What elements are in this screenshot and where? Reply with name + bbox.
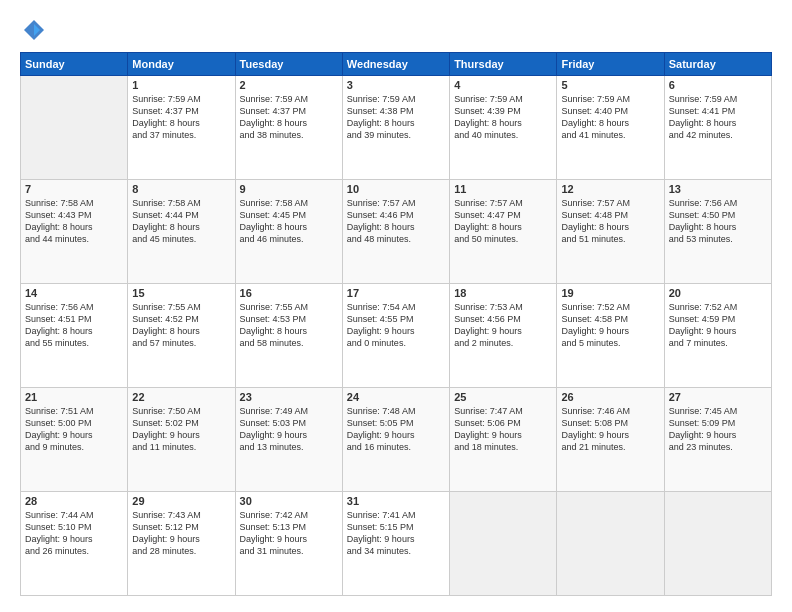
calendar-cell [21, 76, 128, 180]
day-number: 1 [132, 79, 230, 91]
day-number: 7 [25, 183, 123, 195]
cell-content: Sunrise: 7:45 AMSunset: 5:09 PMDaylight:… [669, 405, 767, 454]
cell-content: Sunrise: 7:59 AMSunset: 4:37 PMDaylight:… [132, 93, 230, 142]
cell-content: Sunrise: 7:49 AMSunset: 5:03 PMDaylight:… [240, 405, 338, 454]
page: SundayMondayTuesdayWednesdayThursdayFrid… [0, 0, 792, 612]
calendar-cell: 10Sunrise: 7:57 AMSunset: 4:46 PMDayligh… [342, 180, 449, 284]
day-number: 2 [240, 79, 338, 91]
calendar-cell: 19Sunrise: 7:52 AMSunset: 4:58 PMDayligh… [557, 284, 664, 388]
day-number: 8 [132, 183, 230, 195]
day-number: 13 [669, 183, 767, 195]
calendar-cell: 15Sunrise: 7:55 AMSunset: 4:52 PMDayligh… [128, 284, 235, 388]
day-number: 17 [347, 287, 445, 299]
cell-content: Sunrise: 7:55 AMSunset: 4:53 PMDaylight:… [240, 301, 338, 350]
cell-content: Sunrise: 7:59 AMSunset: 4:40 PMDaylight:… [561, 93, 659, 142]
calendar-cell: 21Sunrise: 7:51 AMSunset: 5:00 PMDayligh… [21, 388, 128, 492]
weekday-header-row: SundayMondayTuesdayWednesdayThursdayFrid… [21, 53, 772, 76]
day-number: 6 [669, 79, 767, 91]
day-number: 16 [240, 287, 338, 299]
week-row: 1Sunrise: 7:59 AMSunset: 4:37 PMDaylight… [21, 76, 772, 180]
calendar-cell: 3Sunrise: 7:59 AMSunset: 4:38 PMDaylight… [342, 76, 449, 180]
cell-content: Sunrise: 7:59 AMSunset: 4:39 PMDaylight:… [454, 93, 552, 142]
calendar-cell: 6Sunrise: 7:59 AMSunset: 4:41 PMDaylight… [664, 76, 771, 180]
calendar-cell: 27Sunrise: 7:45 AMSunset: 5:09 PMDayligh… [664, 388, 771, 492]
cell-content: Sunrise: 7:56 AMSunset: 4:50 PMDaylight:… [669, 197, 767, 246]
calendar-cell: 11Sunrise: 7:57 AMSunset: 4:47 PMDayligh… [450, 180, 557, 284]
day-number: 9 [240, 183, 338, 195]
cell-content: Sunrise: 7:58 AMSunset: 4:43 PMDaylight:… [25, 197, 123, 246]
calendar-cell: 9Sunrise: 7:58 AMSunset: 4:45 PMDaylight… [235, 180, 342, 284]
day-number: 10 [347, 183, 445, 195]
calendar-cell: 18Sunrise: 7:53 AMSunset: 4:56 PMDayligh… [450, 284, 557, 388]
calendar-cell: 4Sunrise: 7:59 AMSunset: 4:39 PMDaylight… [450, 76, 557, 180]
cell-content: Sunrise: 7:43 AMSunset: 5:12 PMDaylight:… [132, 509, 230, 558]
weekday-header: Friday [557, 53, 664, 76]
weekday-header: Saturday [664, 53, 771, 76]
calendar-cell: 7Sunrise: 7:58 AMSunset: 4:43 PMDaylight… [21, 180, 128, 284]
day-number: 29 [132, 495, 230, 507]
cell-content: Sunrise: 7:55 AMSunset: 4:52 PMDaylight:… [132, 301, 230, 350]
calendar-cell: 1Sunrise: 7:59 AMSunset: 4:37 PMDaylight… [128, 76, 235, 180]
logo [20, 16, 52, 44]
cell-content: Sunrise: 7:50 AMSunset: 5:02 PMDaylight:… [132, 405, 230, 454]
week-row: 14Sunrise: 7:56 AMSunset: 4:51 PMDayligh… [21, 284, 772, 388]
calendar-cell: 2Sunrise: 7:59 AMSunset: 4:37 PMDaylight… [235, 76, 342, 180]
weekday-header: Monday [128, 53, 235, 76]
cell-content: Sunrise: 7:52 AMSunset: 4:58 PMDaylight:… [561, 301, 659, 350]
calendar-cell: 26Sunrise: 7:46 AMSunset: 5:08 PMDayligh… [557, 388, 664, 492]
calendar-cell: 25Sunrise: 7:47 AMSunset: 5:06 PMDayligh… [450, 388, 557, 492]
day-number: 5 [561, 79, 659, 91]
day-number: 31 [347, 495, 445, 507]
weekday-header: Wednesday [342, 53, 449, 76]
calendar-cell: 5Sunrise: 7:59 AMSunset: 4:40 PMDaylight… [557, 76, 664, 180]
cell-content: Sunrise: 7:53 AMSunset: 4:56 PMDaylight:… [454, 301, 552, 350]
cell-content: Sunrise: 7:58 AMSunset: 4:45 PMDaylight:… [240, 197, 338, 246]
calendar-table: SundayMondayTuesdayWednesdayThursdayFrid… [20, 52, 772, 596]
calendar-cell: 31Sunrise: 7:41 AMSunset: 5:15 PMDayligh… [342, 492, 449, 596]
cell-content: Sunrise: 7:47 AMSunset: 5:06 PMDaylight:… [454, 405, 552, 454]
cell-content: Sunrise: 7:59 AMSunset: 4:37 PMDaylight:… [240, 93, 338, 142]
calendar-cell: 17Sunrise: 7:54 AMSunset: 4:55 PMDayligh… [342, 284, 449, 388]
calendar-cell: 28Sunrise: 7:44 AMSunset: 5:10 PMDayligh… [21, 492, 128, 596]
day-number: 3 [347, 79, 445, 91]
week-row: 21Sunrise: 7:51 AMSunset: 5:00 PMDayligh… [21, 388, 772, 492]
cell-content: Sunrise: 7:56 AMSunset: 4:51 PMDaylight:… [25, 301, 123, 350]
cell-content: Sunrise: 7:59 AMSunset: 4:38 PMDaylight:… [347, 93, 445, 142]
day-number: 22 [132, 391, 230, 403]
cell-content: Sunrise: 7:54 AMSunset: 4:55 PMDaylight:… [347, 301, 445, 350]
day-number: 4 [454, 79, 552, 91]
day-number: 14 [25, 287, 123, 299]
weekday-header: Sunday [21, 53, 128, 76]
cell-content: Sunrise: 7:57 AMSunset: 4:48 PMDaylight:… [561, 197, 659, 246]
calendar-cell: 20Sunrise: 7:52 AMSunset: 4:59 PMDayligh… [664, 284, 771, 388]
day-number: 30 [240, 495, 338, 507]
day-number: 23 [240, 391, 338, 403]
calendar-cell: 29Sunrise: 7:43 AMSunset: 5:12 PMDayligh… [128, 492, 235, 596]
week-row: 7Sunrise: 7:58 AMSunset: 4:43 PMDaylight… [21, 180, 772, 284]
cell-content: Sunrise: 7:57 AMSunset: 4:47 PMDaylight:… [454, 197, 552, 246]
calendar-cell [557, 492, 664, 596]
cell-content: Sunrise: 7:59 AMSunset: 4:41 PMDaylight:… [669, 93, 767, 142]
calendar-cell: 23Sunrise: 7:49 AMSunset: 5:03 PMDayligh… [235, 388, 342, 492]
cell-content: Sunrise: 7:58 AMSunset: 4:44 PMDaylight:… [132, 197, 230, 246]
logo-icon [20, 16, 48, 44]
day-number: 15 [132, 287, 230, 299]
cell-content: Sunrise: 7:52 AMSunset: 4:59 PMDaylight:… [669, 301, 767, 350]
week-row: 28Sunrise: 7:44 AMSunset: 5:10 PMDayligh… [21, 492, 772, 596]
day-number: 28 [25, 495, 123, 507]
header [20, 16, 772, 44]
weekday-header: Thursday [450, 53, 557, 76]
cell-content: Sunrise: 7:42 AMSunset: 5:13 PMDaylight:… [240, 509, 338, 558]
calendar-cell: 12Sunrise: 7:57 AMSunset: 4:48 PMDayligh… [557, 180, 664, 284]
calendar-cell: 22Sunrise: 7:50 AMSunset: 5:02 PMDayligh… [128, 388, 235, 492]
day-number: 19 [561, 287, 659, 299]
day-number: 20 [669, 287, 767, 299]
day-number: 11 [454, 183, 552, 195]
day-number: 25 [454, 391, 552, 403]
cell-content: Sunrise: 7:51 AMSunset: 5:00 PMDaylight:… [25, 405, 123, 454]
day-number: 27 [669, 391, 767, 403]
calendar-cell: 8Sunrise: 7:58 AMSunset: 4:44 PMDaylight… [128, 180, 235, 284]
day-number: 18 [454, 287, 552, 299]
cell-content: Sunrise: 7:48 AMSunset: 5:05 PMDaylight:… [347, 405, 445, 454]
cell-content: Sunrise: 7:41 AMSunset: 5:15 PMDaylight:… [347, 509, 445, 558]
